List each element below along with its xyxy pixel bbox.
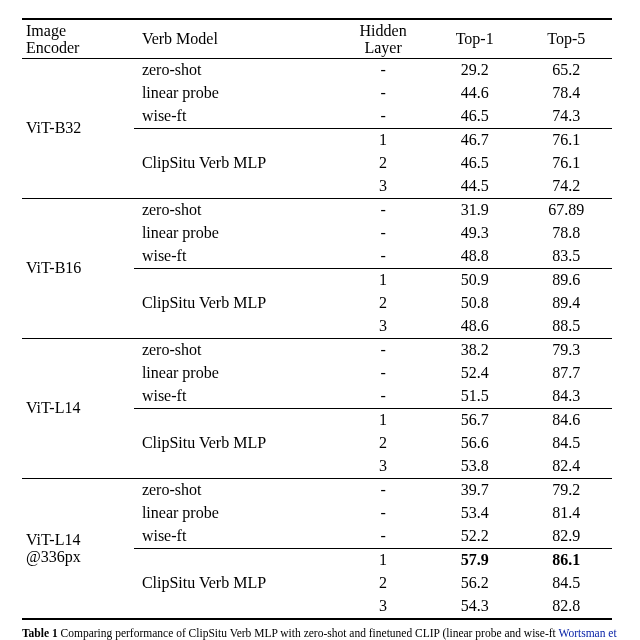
table-caption: Table 1 Comparing performance of ClipSit… (22, 626, 624, 640)
top1-cell: 52.2 (429, 525, 521, 549)
verb-model-cell: wise-ft (134, 525, 337, 549)
top5-cell: 74.2 (520, 175, 612, 199)
top1-cell: 53.8 (429, 455, 521, 479)
top5-cell: 89.4 (520, 292, 612, 315)
top5-cell: 89.6 (520, 268, 612, 292)
hidden-cell: 3 (337, 595, 429, 619)
verb-model-cell: wise-ft (134, 105, 337, 129)
col-header-verb-model: Verb Model (134, 19, 337, 58)
top5-cell: 82.9 (520, 525, 612, 549)
top5-cell: 78.4 (520, 82, 612, 105)
top5-cell: 74.3 (520, 105, 612, 129)
hidden-cell: - (337, 58, 429, 82)
hidden-cell: 1 (337, 548, 429, 572)
encoder-cell: ViT-L14 (22, 338, 134, 478)
top1-cell: 46.7 (429, 128, 521, 152)
top1-cell: 48.8 (429, 245, 521, 269)
hidden-cell: - (337, 338, 429, 362)
top5-cell: 87.7 (520, 362, 612, 385)
encoder-cell: ViT-B16 (22, 198, 134, 338)
top1-cell: 51.5 (429, 385, 521, 409)
top5-cell: 86.1 (520, 548, 612, 572)
top5-cell: 83.5 (520, 245, 612, 269)
top1-cell: 44.5 (429, 175, 521, 199)
top1-cell: 38.2 (429, 338, 521, 362)
hidden-cell: - (337, 525, 429, 549)
top5-cell: 88.5 (520, 315, 612, 339)
top1-cell: 46.5 (429, 105, 521, 129)
hidden-cell: - (337, 105, 429, 129)
verb-model-cell: ClipSitu Verb MLP (134, 548, 337, 619)
hidden-cell: 2 (337, 292, 429, 315)
top1-cell: 46.5 (429, 152, 521, 175)
hidden-cell: - (337, 82, 429, 105)
top1-cell: 44.6 (429, 82, 521, 105)
hidden-cell: 2 (337, 432, 429, 455)
hidden-cell: - (337, 502, 429, 525)
hidden-cell: - (337, 362, 429, 385)
top5-cell: 84.5 (520, 572, 612, 595)
col-header-hidden: HiddenLayer (337, 19, 429, 58)
top5-cell: 84.5 (520, 432, 612, 455)
top1-cell: 49.3 (429, 222, 521, 245)
hidden-cell: 1 (337, 128, 429, 152)
top1-cell: 50.8 (429, 292, 521, 315)
top5-cell: 76.1 (520, 128, 612, 152)
verb-model-cell: linear probe (134, 502, 337, 525)
hidden-cell: 2 (337, 572, 429, 595)
verb-model-cell: ClipSitu Verb MLP (134, 128, 337, 198)
top1-cell: 31.9 (429, 198, 521, 222)
verb-model-cell: zero-shot (134, 478, 337, 502)
verb-model-cell: zero-shot (134, 58, 337, 82)
col-header-top5: Top-5 (520, 19, 612, 58)
verb-model-cell: linear probe (134, 362, 337, 385)
col-header-encoder: ImageEncoder (22, 19, 134, 58)
verb-model-cell: zero-shot (134, 338, 337, 362)
col-header-top1: Top-1 (429, 19, 521, 58)
hidden-cell: 3 (337, 315, 429, 339)
top1-cell: 56.2 (429, 572, 521, 595)
top5-cell: 78.8 (520, 222, 612, 245)
top1-cell: 29.2 (429, 58, 521, 82)
verb-model-cell: ClipSitu Verb MLP (134, 268, 337, 338)
top5-cell: 84.6 (520, 408, 612, 432)
top1-cell: 39.7 (429, 478, 521, 502)
hidden-cell: 1 (337, 268, 429, 292)
results-table: ImageEncoder Verb Model HiddenLayer Top-… (22, 18, 612, 620)
verb-model-cell: wise-ft (134, 385, 337, 409)
hidden-cell: - (337, 222, 429, 245)
top1-cell: 56.7 (429, 408, 521, 432)
encoder-cell: ViT-B32 (22, 58, 134, 198)
top5-cell: 67.89 (520, 198, 612, 222)
top5-cell: 65.2 (520, 58, 612, 82)
top1-cell: 57.9 (429, 548, 521, 572)
top1-cell: 52.4 (429, 362, 521, 385)
verb-model-cell: ClipSitu Verb MLP (134, 408, 337, 478)
top5-cell: 76.1 (520, 152, 612, 175)
hidden-cell: - (337, 198, 429, 222)
hidden-cell: 3 (337, 455, 429, 479)
top1-cell: 56.6 (429, 432, 521, 455)
top5-cell: 79.2 (520, 478, 612, 502)
verb-model-cell: wise-ft (134, 245, 337, 269)
verb-model-cell: linear probe (134, 222, 337, 245)
top1-cell: 53.4 (429, 502, 521, 525)
top5-cell: 84.3 (520, 385, 612, 409)
top5-cell: 81.4 (520, 502, 612, 525)
hidden-cell: - (337, 385, 429, 409)
hidden-cell: - (337, 245, 429, 269)
top1-cell: 50.9 (429, 268, 521, 292)
top5-cell: 82.4 (520, 455, 612, 479)
top1-cell: 48.6 (429, 315, 521, 339)
hidden-cell: 1 (337, 408, 429, 432)
top5-cell: 79.3 (520, 338, 612, 362)
verb-model-cell: zero-shot (134, 198, 337, 222)
hidden-cell: - (337, 478, 429, 502)
hidden-cell: 3 (337, 175, 429, 199)
verb-model-cell: linear probe (134, 82, 337, 105)
encoder-cell: ViT-L14@336px (22, 478, 134, 619)
top1-cell: 54.3 (429, 595, 521, 619)
top5-cell: 82.8 (520, 595, 612, 619)
hidden-cell: 2 (337, 152, 429, 175)
